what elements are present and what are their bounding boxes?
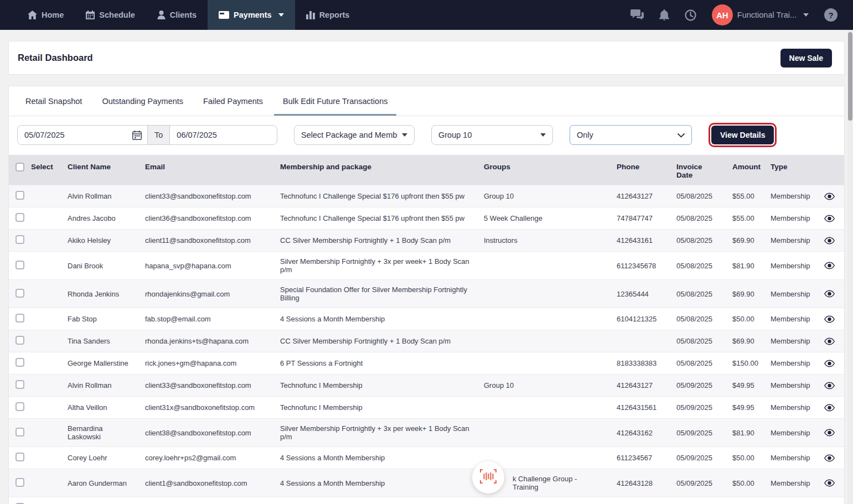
nav-item-payments[interactable]: Payments [208, 0, 295, 30]
column-header-email: Email [136, 155, 271, 185]
nav-item-reports[interactable]: Reports [295, 0, 361, 30]
only-select[interactable]: Only [570, 125, 692, 145]
eye-icon[interactable] [824, 479, 840, 487]
table-row: Fab Stopfab.stop@email.com4 Sessions a M… [9, 308, 845, 330]
row-select-cell [9, 375, 59, 397]
membership-cell: 6 PT Sessions a Fortnight [271, 352, 475, 375]
nav-item-home[interactable]: Home [17, 0, 75, 30]
amount-cell: $50.00 [723, 447, 762, 469]
history-clock-icon[interactable] [685, 9, 696, 21]
type-cell: Membership [762, 419, 815, 447]
start-date-input[interactable] [24, 131, 128, 139]
row-select-cell [9, 230, 59, 252]
row-checkbox[interactable] [15, 402, 24, 411]
eye-icon[interactable] [824, 193, 840, 200]
amount-cell: $49.95 [723, 375, 762, 397]
type-cell: Membership [762, 397, 815, 419]
table-row: Alvin Rollmanclient33@sandboxonefitstop.… [9, 375, 845, 397]
row-checkbox[interactable] [15, 314, 24, 323]
row-select-cell [9, 252, 59, 280]
eye-icon[interactable] [824, 290, 840, 298]
scrollbar-track[interactable] [847, 30, 853, 504]
eye-icon[interactable] [824, 215, 840, 222]
email-cell: hapana_svp@hapana.com [136, 252, 271, 280]
row-select-cell [9, 397, 59, 419]
row-checkbox[interactable] [15, 380, 24, 389]
table-row: Tina Sandersrhonda.jenkins+ts@hapana.com… [9, 330, 845, 352]
eye-icon[interactable] [824, 262, 840, 269]
membership-cell: CC Silver Membership Fortnightly + 1 Bod… [271, 497, 475, 504]
client-name-cell: Fab Stop [59, 308, 136, 330]
invoice-date-cell: 05/08/2025 [668, 280, 723, 308]
row-checkbox[interactable] [15, 478, 24, 487]
eye-icon[interactable] [824, 337, 840, 345]
row-checkbox[interactable] [15, 428, 24, 437]
chevron-down-icon [803, 13, 809, 17]
transactions-table-body: Alvin Rollmanclient33@sandboxonefitstop.… [9, 185, 845, 504]
messages-icon[interactable] [630, 9, 644, 20]
eye-icon[interactable] [824, 404, 840, 412]
email-cell: rhonda.jenkins+ts@hapana.com [136, 330, 271, 352]
view-row-cell [815, 447, 845, 469]
email-cell: client33@sandboxonefitstop.com [136, 185, 271, 207]
account-menu[interactable]: AH Functional Trai... [712, 4, 809, 25]
row-checkbox[interactable] [15, 235, 24, 244]
notifications-bell-icon[interactable] [659, 9, 669, 21]
end-date-segment [170, 126, 277, 144]
row-checkbox[interactable] [15, 358, 24, 367]
click-target-highlight: View Details [709, 123, 777, 147]
tab-outstanding-payments[interactable]: Outstanding Payments [93, 86, 192, 116]
groups-dropdown[interactable]: Group 10 [431, 125, 553, 145]
membership-cell: Technofunc I Membership [271, 397, 475, 419]
eye-icon[interactable] [824, 315, 840, 323]
calendar-icon[interactable] [132, 131, 142, 140]
row-checkbox[interactable] [15, 336, 24, 345]
phone-cell [608, 330, 668, 352]
row-checkbox[interactable] [15, 191, 24, 200]
row-checkbox[interactable] [15, 453, 24, 461]
eye-icon[interactable] [824, 454, 840, 462]
select-all-checkbox[interactable] [15, 163, 24, 172]
eye-icon[interactable] [824, 429, 840, 437]
page-title: Retail Dashboard [18, 53, 93, 63]
table-header-row: Select Client Name Email Membership and … [9, 155, 845, 185]
retail-dashboard-card: Retail Snapshot Outstanding Payments Fai… [8, 86, 845, 504]
amount-cell: $50.00 [723, 469, 762, 497]
groups-cell [475, 397, 608, 419]
type-cell: Membership [762, 280, 815, 308]
view-row-cell [815, 185, 845, 207]
client-name-cell: George Mallerstine [59, 352, 136, 375]
scrollbar-thumb[interactable] [848, 32, 852, 121]
amount-cell: $49.95 [723, 397, 762, 419]
barcode-scan-button[interactable] [472, 461, 504, 493]
eye-icon[interactable] [824, 360, 840, 367]
package-membership-dropdown[interactable]: Select Package and Membershi [294, 125, 415, 145]
eye-icon[interactable] [824, 237, 840, 245]
new-sale-button[interactable]: New Sale [780, 49, 832, 67]
column-header-groups: Groups [475, 155, 608, 185]
view-details-button[interactable]: View Details [711, 126, 774, 144]
email-cell: corey.loehr+ps2@gmail.com [136, 447, 271, 469]
email-cell: client1@sandboxonefitstop.com [136, 469, 271, 497]
row-select-cell [9, 185, 59, 207]
membership-cell: Silver Membership Fortnightly + 3x per w… [271, 419, 475, 447]
phone-cell: 26 [608, 497, 668, 504]
membership-cell: Special Foundation Offer for Silver Memb… [271, 280, 475, 308]
row-checkbox[interactable] [15, 213, 24, 222]
type-cell: Membership [762, 308, 815, 330]
help-icon[interactable]: ? [824, 8, 838, 22]
row-checkbox[interactable] [15, 261, 24, 269]
tab-retail-snapshot[interactable]: Retail Snapshot [17, 86, 91, 116]
row-checkbox[interactable] [15, 289, 24, 298]
select-value: Only [577, 131, 593, 139]
eye-icon[interactable] [824, 382, 840, 389]
tab-failed-payments[interactable]: Failed Payments [194, 86, 272, 116]
row-select-cell [9, 330, 59, 352]
tab-bulk-edit-future-transactions[interactable]: Bulk Edit Future Transactions [274, 86, 396, 116]
nav-item-schedule[interactable]: Schedule [75, 0, 146, 30]
client-name-cell: Aaron Gunderman [59, 469, 136, 497]
nav-item-clients[interactable]: Clients [146, 0, 208, 30]
invoice-date-cell: 05/08/2025 [668, 352, 723, 375]
nav-item-label: Home [42, 11, 64, 19]
end-date-input[interactable] [177, 131, 277, 139]
